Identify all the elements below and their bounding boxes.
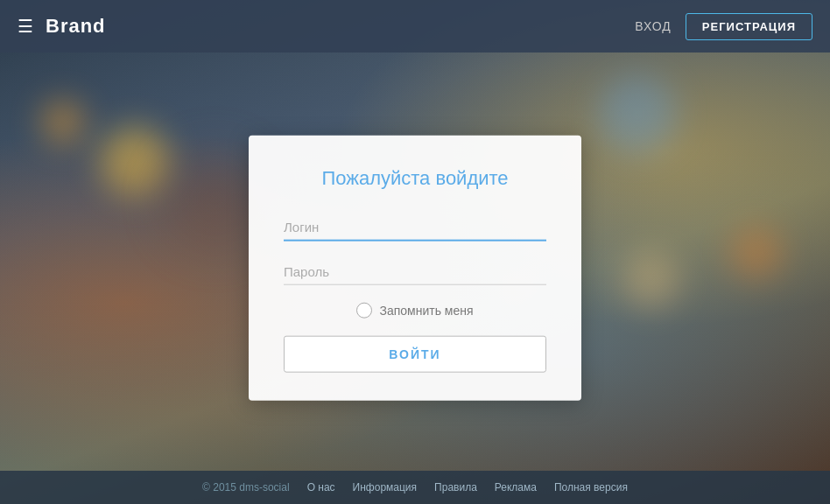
bokeh-3	[598, 75, 677, 154]
login-title: Пожалуйста войдите	[284, 167, 546, 190]
footer-link-info[interactable]: Информация	[353, 481, 417, 494]
footer-link-full[interactable]: Полная версия	[554, 481, 628, 494]
password-input-group	[284, 259, 546, 285]
bokeh-4	[730, 227, 783, 279]
navbar: ☰ Brand ВХОД РЕГИСТРАЦИЯ	[0, 0, 830, 52]
footer-link-ads[interactable]: Реклама	[495, 481, 537, 494]
password-input[interactable]	[284, 259, 546, 285]
footer-link-about[interactable]: О нас	[307, 481, 335, 494]
login-nav-button[interactable]: ВХОД	[635, 19, 672, 33]
remember-label: Запомнить меня	[379, 304, 473, 318]
login-input[interactable]	[284, 214, 546, 242]
footer: © 2015 dms-social О нас Информация Прави…	[0, 471, 830, 504]
bokeh-1	[100, 126, 170, 196]
bokeh-7	[622, 252, 679, 309]
login-input-group	[284, 214, 546, 242]
remember-row: Запомнить меня	[284, 303, 546, 318]
brand-name: Brand	[46, 15, 635, 38]
submit-button[interactable]: ВОЙТИ	[284, 336, 546, 373]
footer-link-rules[interactable]: Правила	[434, 481, 477, 494]
login-card: Пожалуйста войдите Запомнить меня ВОЙТИ	[249, 136, 581, 401]
remember-radio[interactable]	[356, 303, 372, 318]
register-nav-button[interactable]: РЕГИСТРАЦИЯ	[686, 13, 812, 40]
footer-copyright: © 2015 dms-social	[202, 481, 290, 494]
menu-icon[interactable]: ☰	[18, 18, 33, 35]
